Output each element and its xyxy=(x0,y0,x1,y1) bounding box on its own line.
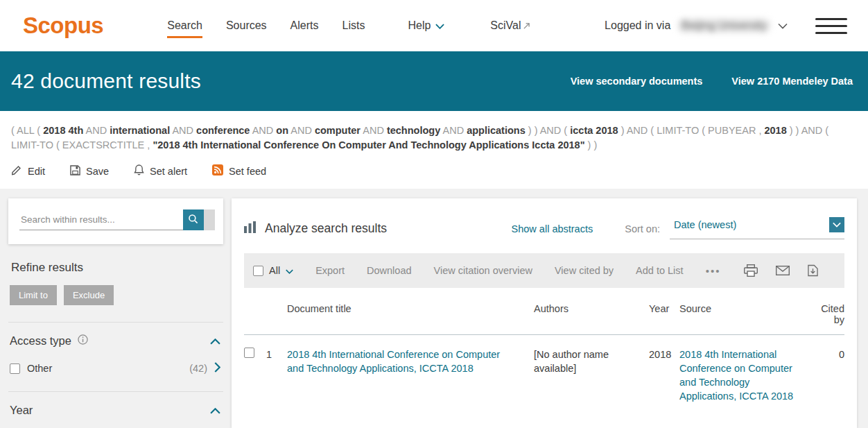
save-button[interactable]: Save xyxy=(70,165,109,178)
col-year[interactable]: Year xyxy=(649,303,679,325)
nav-search[interactable]: Search xyxy=(167,13,202,38)
edit-button[interactable]: Edit xyxy=(11,164,45,178)
scival-label: SciVal xyxy=(490,19,521,32)
set-alert-label: Set alert xyxy=(150,166,187,177)
chevron-up-icon[interactable] xyxy=(210,404,220,417)
year-cell: 2018 xyxy=(649,348,679,403)
set-feed-label: Set feed xyxy=(229,166,266,177)
view-mendeley-data-link[interactable]: View 2170 Mendeley Data xyxy=(731,76,853,87)
banner-links: View secondary documents View 2170 Mende… xyxy=(571,76,853,87)
chevron-down-icon xyxy=(435,19,444,32)
select-all-control[interactable]: All xyxy=(253,264,293,277)
chevron-up-icon[interactable] xyxy=(210,334,220,348)
facet-year: Year xyxy=(8,392,223,417)
row-checkbox-cell xyxy=(244,348,266,403)
select-all-label: All xyxy=(269,265,280,276)
login-prefix: Logged in via xyxy=(605,19,670,32)
search-icon xyxy=(188,214,199,227)
nav-alerts[interactable]: Alerts xyxy=(290,13,319,38)
source-link[interactable]: 2018 4th International Conference on Com… xyxy=(679,348,818,403)
row-checkbox[interactable] xyxy=(244,348,254,358)
results-card: Analyze search results Show all abstract… xyxy=(232,198,857,428)
exclude-button[interactable]: Exclude xyxy=(64,285,114,305)
page-title: 42 document results xyxy=(11,69,201,93)
nav-scival[interactable]: SciVal xyxy=(490,13,529,38)
email-icon[interactable] xyxy=(776,266,790,275)
sort-order-select[interactable]: Date (newest) xyxy=(670,218,844,239)
floppy-icon xyxy=(70,165,80,178)
nav-lists[interactable]: Lists xyxy=(342,13,365,38)
facet-access-type-header: Access type xyxy=(10,334,220,348)
col-checkbox xyxy=(244,303,266,325)
limit-to-button[interactable]: Limit to xyxy=(10,285,57,305)
top-navigation-bar: Scopus Search Sources Alerts Lists Help … xyxy=(0,0,868,51)
document-title-link[interactable]: 2018 4th International Conference on Com… xyxy=(287,348,534,403)
col-document-title[interactable]: Document title xyxy=(287,303,534,325)
authors-cell: [No author name available] xyxy=(534,348,649,403)
rss-icon xyxy=(212,164,223,178)
chevron-right-icon[interactable] xyxy=(214,362,220,375)
select-all-checkbox[interactable] xyxy=(253,266,263,276)
chevron-down-icon xyxy=(778,19,788,32)
facet-option-label: Other xyxy=(27,363,52,374)
chevron-down-icon xyxy=(286,264,293,277)
analyze-search-results-link[interactable]: Analyze search results xyxy=(244,221,387,237)
search-within-input[interactable] xyxy=(19,209,183,230)
export-button[interactable]: Export xyxy=(315,265,345,276)
facet-year-title: Year xyxy=(10,404,33,417)
chevron-down-icon xyxy=(829,217,844,232)
set-alert-button[interactable]: Set alert xyxy=(134,164,187,178)
menu-hamburger-icon[interactable] xyxy=(815,18,847,34)
facet-access-type: Access type Other (42) xyxy=(8,323,223,375)
results-toolbar: All Export Download View citation overvi… xyxy=(244,253,844,288)
facet-option-count: (42) xyxy=(189,363,207,374)
scopus-page: Scopus Search Sources Alerts Lists Help … xyxy=(0,0,868,428)
main-nav: Search Sources Alerts Lists Help SciVal xyxy=(167,13,529,38)
col-number xyxy=(266,303,287,325)
institution-name: Beijing University xyxy=(677,18,771,33)
results-header-row: Analyze search results Show all abstract… xyxy=(244,211,844,241)
nav-help[interactable]: Help xyxy=(408,13,444,38)
other-checkbox[interactable] xyxy=(10,363,20,374)
bar-chart-icon xyxy=(244,221,257,237)
view-cited-by-button[interactable]: View cited by xyxy=(555,265,614,276)
refine-results-title: Refine results xyxy=(11,261,220,275)
external-link-icon xyxy=(523,19,530,32)
search-query: ( ALL ( 2018 4th AND international AND c… xyxy=(0,111,860,155)
scopus-logo[interactable]: Scopus xyxy=(23,12,103,39)
search-within-button[interactable] xyxy=(183,209,204,230)
pencil-icon xyxy=(11,164,22,178)
help-label: Help xyxy=(408,19,431,32)
logged-in-menu[interactable]: Logged in via Beijing University xyxy=(605,18,788,33)
more-options-button[interactable]: ••• xyxy=(706,265,721,277)
cited-by-cell: 0 xyxy=(818,348,844,403)
view-citation-overview-button[interactable]: View citation overview xyxy=(434,265,532,276)
results-table-header: Document title Authors Year Source Cited… xyxy=(244,288,844,335)
refine-sidebar: Refine results Limit to Exclude Access t… xyxy=(8,198,223,428)
edit-label: Edit xyxy=(28,166,45,177)
refine-buttons: Limit to Exclude xyxy=(8,285,223,305)
query-actions: Edit Save Set alert Set feed xyxy=(0,155,868,189)
view-secondary-documents-link[interactable]: View secondary documents xyxy=(571,76,703,87)
col-source[interactable]: Source xyxy=(679,303,818,325)
table-row: 1 2018 4th International Conference on C… xyxy=(244,335,844,403)
set-feed-button[interactable]: Set feed xyxy=(212,164,266,178)
facet-year-header: Year xyxy=(10,404,220,417)
content-area: Refine results Limit to Exclude Access t… xyxy=(0,189,868,428)
row-number: 1 xyxy=(266,348,287,403)
show-all-abstracts-link[interactable]: Show all abstracts xyxy=(512,223,593,234)
analyze-label: Analyze search results xyxy=(265,221,387,236)
add-to-list-button[interactable]: Add to List xyxy=(636,265,684,276)
print-icon[interactable] xyxy=(744,264,758,277)
sort-selected-value: Date (newest) xyxy=(674,218,736,230)
info-icon[interactable] xyxy=(78,334,88,348)
save-to-pdf-icon[interactable] xyxy=(808,264,818,277)
search-button-edge xyxy=(204,209,215,230)
sort-on-label: Sort on: xyxy=(625,223,660,234)
col-authors[interactable]: Authors xyxy=(534,303,649,325)
nav-sources[interactable]: Sources xyxy=(226,13,267,38)
facet-access-type-title: Access type xyxy=(10,334,71,348)
save-label: Save xyxy=(86,166,109,177)
download-button[interactable]: Download xyxy=(367,265,412,276)
col-cited-by[interactable]: Cited by xyxy=(818,303,844,325)
